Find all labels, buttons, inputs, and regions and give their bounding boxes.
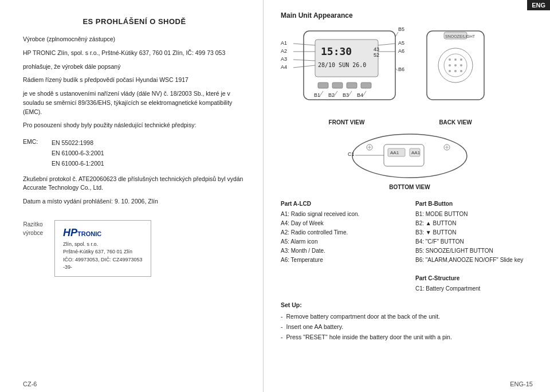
logo-hp: HP (63, 227, 77, 238)
svg-point-39 (460, 58, 462, 61)
svg-text:B2: B2 (328, 92, 335, 98)
svg-point-40 (449, 64, 451, 66)
front-view-diagram: 15:30 43 52 28/10 SUN 26.0 A1 A2 A3 (281, 25, 412, 117)
part-lcd-a1: A1: Radio signal received icon. (281, 210, 404, 219)
setup-dash-2: - (281, 322, 283, 332)
svg-point-41 (454, 64, 457, 66)
part-lcd-a6: A6: Temperature (281, 256, 404, 265)
bottom-view-diagram: AA1 AA1 C1 (347, 130, 473, 182)
svg-text:A2: A2 (281, 48, 287, 54)
logo-line1: Zlín, spol. s r.o. (63, 241, 143, 249)
p8: Datum a místo vydání prohlášení: 9. 10. … (23, 197, 246, 206)
back-view-label: BACK VIEW (439, 119, 472, 126)
p7: Zkušební protokol č. ATE20060623 dle pří… (23, 175, 246, 193)
emc-label: EMC: (23, 138, 52, 169)
svg-point-42 (460, 64, 462, 66)
part-b3: B3: ▼ BUTTON (415, 228, 539, 237)
part-lcd-a3: A3: Month / Date. (281, 246, 404, 256)
setup-title: Set Up: (281, 300, 539, 311)
svg-line-11 (293, 44, 315, 45)
svg-line-19 (378, 44, 395, 45)
parts-container: Part A-LCD A1: Radio signal received ico… (281, 199, 539, 293)
svg-rect-7 (332, 83, 343, 88)
svg-line-23 (395, 32, 398, 37)
right-column: Main Unit Appearance 15:30 43 52 28/10 S… (264, 0, 550, 392)
svg-rect-9 (361, 83, 371, 88)
p6: Pro posouzení shody byly použity následu… (23, 121, 246, 130)
svg-point-37 (449, 58, 451, 61)
left-column: ES PROHLÁŠENÍ O SHODĚ Výrobce (zplnomocn… (0, 0, 264, 392)
views-container: 15:30 43 52 28/10 SUN 26.0 A1 A2 A3 (281, 25, 539, 126)
bottom-view-container: AA1 AA1 C1 BOTTOM VIEW (281, 130, 539, 190)
setup-item-1: - Remove battery compartment door at the… (281, 312, 539, 322)
svg-point-38 (454, 58, 457, 61)
footer-left: CZ-6 (23, 381, 37, 387)
part-b2: B2: ▲ BUTTON (415, 219, 539, 228)
svg-line-15 (293, 60, 315, 61)
setup-dash-1: - (281, 312, 283, 322)
part-lcd-col: Part A-LCD A1: Radio signal received ico… (281, 199, 404, 293)
logo-hp-tronic: HPTRONIC (63, 225, 143, 241)
logo-line4: -39- (63, 264, 143, 272)
logo-line2: Prštné-Kútiky 637, 760 01 Zlín (63, 248, 143, 256)
part-lcd-a2: A2: Radio controlled Time. (281, 228, 404, 237)
setup-section: Set Up: - Remove battery compartment doo… (281, 300, 539, 342)
back-view-diagram: SNOOZE/LIGHT (418, 25, 493, 117)
page-container: ES PROHLÁŠENÍ O SHODĚ Výrobce (zplnomocn… (0, 0, 550, 392)
part-c1: C1: Battery Compartment (415, 284, 539, 293)
svg-text:SNOOZE/LIGHT: SNOOZE/LIGHT (445, 34, 476, 38)
svg-text:A4: A4 (281, 64, 287, 70)
part-button-col: Part B-Button B1: MODE BUTTON B2: ▲ BUTT… (415, 199, 539, 293)
part-button-title: Part B-Button (415, 199, 539, 209)
svg-point-43 (449, 70, 451, 72)
front-view-label: FRONT VIEW (329, 119, 365, 126)
part-structure-title: Part C-Structure (415, 274, 539, 283)
svg-text:52: 52 (374, 52, 379, 58)
emc-value-1: EN 55022:1998 (52, 138, 246, 148)
part-b1: B1: MODE BUTTON (415, 210, 539, 219)
part-lcd-a5: A5: Alarm icon (281, 237, 404, 246)
setup-item-3: - Press "RESET" hole inside the battery … (281, 332, 539, 343)
part-b5: B5: SNOOZE/LIGHT BUTTON (415, 246, 539, 256)
part-b6: B6: "ALARM,ANOOZE NO/OFF" Slide key (415, 256, 539, 265)
front-view-box: 15:30 43 52 28/10 SUN 26.0 A1 A2 A3 (281, 25, 412, 126)
svg-text:B6: B6 (398, 66, 404, 72)
emc-values: EN 55022:1998 EN 61000-6-3:2001 EN 61000… (52, 138, 246, 169)
svg-text:A3: A3 (281, 56, 287, 62)
logo-line3: IČO: 49973053, DIČ: CZ49973053 (63, 256, 143, 264)
emc-value-2: EN 61000-6-3:2001 (52, 148, 246, 159)
svg-text:B4: B4 (357, 92, 363, 98)
section-title: Main Unit Appearance (281, 11, 539, 19)
p1: Výrobce (zplnomocněný zástupce) (23, 35, 246, 44)
svg-text:A6: A6 (398, 48, 404, 54)
svg-text:A1: A1 (281, 40, 287, 46)
svg-text:15:30: 15:30 (321, 45, 352, 57)
bottom-view-label: BOTTOM VIEW (389, 184, 430, 190)
logo-box: HPTRONIC Zlín, spol. s r.o. Prštné-Kútik… (54, 220, 151, 277)
svg-text:A5: A5 (398, 40, 404, 46)
svg-text:B3: B3 (343, 92, 349, 98)
svg-line-17 (293, 65, 315, 68)
back-view-box: SNOOZE/LIGHT BACK VIEW (418, 25, 493, 126)
razitko-label: Razítkovýrobce (23, 220, 43, 237)
p5: je ve shodě s ustanoveními nařízení vlád… (23, 89, 246, 116)
footer-right: ENG-15 (510, 381, 533, 387)
setup-dash-3: - (281, 332, 283, 343)
doc-title: ES PROHLÁŠENÍ O SHODĚ (23, 17, 246, 26)
p2: HP TRONIC Zlín, spol. s r.o., Prštné-Kút… (23, 49, 246, 58)
svg-point-45 (460, 70, 462, 72)
svg-text:28/10 SUN 26.0: 28/10 SUN 26.0 (318, 62, 366, 68)
setup-text-3: Press "RESET" hole inside the battery do… (286, 332, 452, 343)
svg-point-44 (454, 70, 457, 72)
setup-text-1: Remove battery compartment door at the b… (286, 312, 440, 322)
svg-text:AA1: AA1 (411, 150, 421, 155)
p3: prohlašuje, že výrobek dále popsaný (23, 62, 246, 72)
emc-table: EMC: EN 55022:1998 EN 61000-6-3:2001 EN … (23, 138, 246, 169)
svg-text:C1: C1 (348, 151, 355, 157)
emc-value-3: EN 61000-6-1:2001 (52, 159, 246, 169)
setup-item-2: - Insert one AA battery. (281, 322, 539, 332)
svg-text:AA1: AA1 (390, 150, 399, 155)
svg-rect-6 (318, 83, 328, 88)
p4: Rádiem řízený budík s předpovědí počasí … (23, 76, 246, 85)
logo-area: Razítkovýrobce HPTRONIC Zlín, spol. s r.… (23, 220, 246, 277)
